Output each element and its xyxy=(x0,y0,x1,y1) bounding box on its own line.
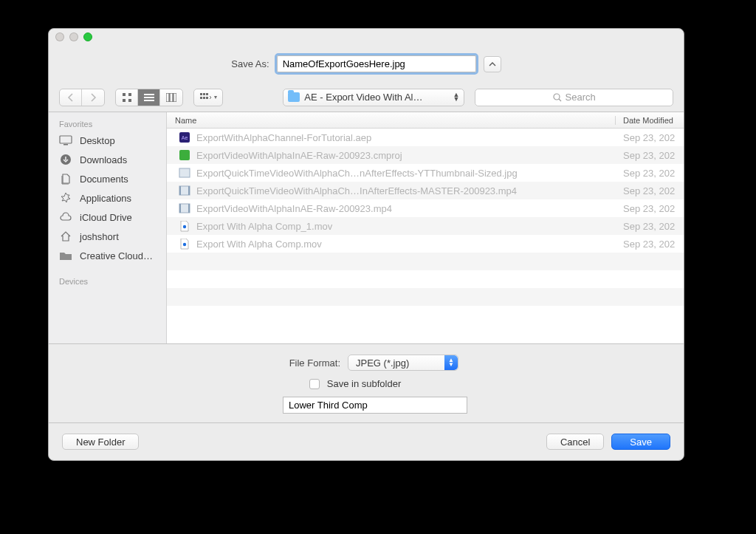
location-popup[interactable]: AE - Export Video With Al… ▲▼ xyxy=(283,89,464,106)
view-icons-button[interactable] xyxy=(116,89,138,106)
sidebar: Favorites Desktop Downloads Documents xyxy=(49,112,167,343)
view-mode-segmented xyxy=(115,89,183,106)
sidebar-item-applications[interactable]: Applications xyxy=(49,188,166,208)
svg-rect-23 xyxy=(179,150,190,160)
minimize-traffic-light[interactable] xyxy=(69,32,78,41)
zoom-traffic-light[interactable] xyxy=(83,32,92,41)
save-in-subfolder-checkbox[interactable] xyxy=(309,379,320,389)
svg-rect-26 xyxy=(179,186,181,195)
file-row[interactable]: AeExportWithAlphaChannel-ForTutorial.aep… xyxy=(167,129,684,146)
file-date: Sep 23, 202 xyxy=(616,239,684,250)
svg-rect-4 xyxy=(144,94,154,95)
empty-row xyxy=(167,253,684,270)
options-panel: File Format: JPEG (*.jpg) ▲▼ Save in sub… xyxy=(49,344,684,423)
file-area: Name Date Modified AeExportWithAlphaChan… xyxy=(167,112,684,343)
svg-point-31 xyxy=(183,225,186,228)
home-icon xyxy=(59,230,72,242)
close-traffic-light[interactable] xyxy=(55,32,64,41)
file-type-icon xyxy=(179,150,190,161)
file-format-value: JPEG (*.jpg) xyxy=(356,357,458,369)
sidebar-item-documents[interactable]: Documents xyxy=(49,169,166,188)
file-type-icon xyxy=(179,168,190,179)
file-type-icon: Ae xyxy=(179,132,190,143)
sidebar-item-creative-cloud[interactable]: Creative Cloud… xyxy=(49,246,166,265)
search-field[interactable]: Search xyxy=(475,89,673,106)
body: Favorites Desktop Downloads Documents xyxy=(49,112,684,344)
file-row[interactable]: ExportVideoWithAlphaInAE-Raw-200923.cmpr… xyxy=(167,146,684,164)
file-format-select[interactable]: JPEG (*.jpg) ▲▼ xyxy=(348,355,458,371)
subfolder-name-input[interactable] xyxy=(283,397,467,414)
toolbar: ▾ AE - Export Video With Al… ▲▼ Search xyxy=(49,83,684,112)
empty-row xyxy=(167,288,684,306)
sidebar-item-home[interactable]: joshshort xyxy=(49,227,166,246)
file-row[interactable]: Export With Alpha Comp.movSep 23, 202 xyxy=(167,235,684,253)
file-type-icon xyxy=(179,185,190,196)
svg-rect-19 xyxy=(63,144,68,146)
file-date: Sep 23, 202 xyxy=(616,203,684,214)
sidebar-item-label: Creative Cloud… xyxy=(80,250,153,261)
collapse-expand-button[interactable] xyxy=(484,56,501,72)
column-header-date[interactable]: Date Modified xyxy=(616,116,684,125)
footer: New Folder Cancel Save xyxy=(49,423,684,460)
cloud-icon xyxy=(59,211,72,223)
save-button[interactable]: Save xyxy=(611,434,670,450)
sidebar-item-label: Downloads xyxy=(80,154,127,165)
file-format-label: File Format: xyxy=(274,357,340,369)
sidebar-item-desktop[interactable]: Desktop xyxy=(49,131,166,150)
svg-rect-29 xyxy=(179,204,181,213)
svg-rect-15 xyxy=(206,97,208,99)
chevron-down-icon: ▾ xyxy=(214,94,217,100)
file-name: Export With Alpha Comp_1.mov xyxy=(196,221,332,232)
forward-button[interactable] xyxy=(82,89,104,106)
sidebar-item-downloads[interactable]: Downloads xyxy=(49,150,166,169)
file-name: ExportVideoWithAlphaInAE-Raw-200923.mp4 xyxy=(196,203,392,214)
sidebar-item-icloud[interactable]: iCloud Drive xyxy=(49,208,166,227)
file-date: Sep 23, 202 xyxy=(616,221,684,232)
file-name: ExportWithAlphaChannel-ForTutorial.aep xyxy=(196,132,371,143)
file-row[interactable]: ExportVideoWithAlphaInAE-Raw-200923.mp4S… xyxy=(167,199,684,217)
svg-point-16 xyxy=(554,94,560,100)
new-folder-button[interactable]: New Folder xyxy=(62,434,139,450)
file-list[interactable]: AeExportWithAlphaChannel-ForTutorial.aep… xyxy=(167,129,684,343)
empty-row xyxy=(167,270,684,288)
file-name: Export With Alpha Comp.mov xyxy=(196,239,322,250)
stepper-icon: ▲▼ xyxy=(453,93,459,101)
sidebar-item-label: joshshort xyxy=(80,231,119,242)
empty-row xyxy=(167,306,684,324)
svg-point-32 xyxy=(183,243,186,246)
svg-rect-5 xyxy=(144,97,154,98)
sidebar-item-label: iCloud Drive xyxy=(80,212,132,223)
search-icon xyxy=(553,93,562,102)
view-list-button[interactable] xyxy=(138,89,160,106)
save-as-label: Save As: xyxy=(231,58,269,69)
save-dialog: Save As: xyxy=(48,28,684,461)
list-view-icon xyxy=(144,93,154,102)
folder-icon xyxy=(59,250,72,261)
file-type-icon xyxy=(179,239,190,250)
file-row[interactable]: ExportQuickTimeVideoWithAlphaCh…nAfterEf… xyxy=(167,164,684,182)
svg-rect-8 xyxy=(170,93,173,102)
svg-rect-2 xyxy=(123,99,126,102)
sidebar-item-label: Applications xyxy=(80,193,131,204)
view-columns-button[interactable] xyxy=(160,89,182,106)
svg-rect-1 xyxy=(128,93,131,96)
chevron-up-icon xyxy=(489,61,496,67)
arrange-popup[interactable]: ▾ xyxy=(193,89,223,106)
svg-rect-7 xyxy=(166,93,169,102)
sidebar-item-label: Documents xyxy=(80,174,128,185)
columns-header: Name Date Modified xyxy=(167,112,684,129)
back-button[interactable] xyxy=(60,89,82,106)
file-date: Sep 23, 202 xyxy=(616,150,684,161)
file-date: Sep 23, 202 xyxy=(616,185,684,196)
select-stepper-icon: ▲▼ xyxy=(444,355,458,370)
column-header-name[interactable]: Name xyxy=(167,116,616,125)
save-as-input[interactable] xyxy=(277,55,476,72)
nav-back-forward xyxy=(59,89,105,106)
svg-rect-0 xyxy=(123,93,126,96)
svg-rect-25 xyxy=(179,186,190,195)
cancel-button[interactable]: Cancel xyxy=(546,434,604,450)
file-row[interactable]: Export With Alpha Comp_1.movSep 23, 202 xyxy=(167,217,684,235)
file-type-icon xyxy=(179,203,190,214)
svg-rect-12 xyxy=(206,93,208,95)
file-row[interactable]: ExportQuickTimeVideoWithAlphaCh…InAfterE… xyxy=(167,182,684,199)
